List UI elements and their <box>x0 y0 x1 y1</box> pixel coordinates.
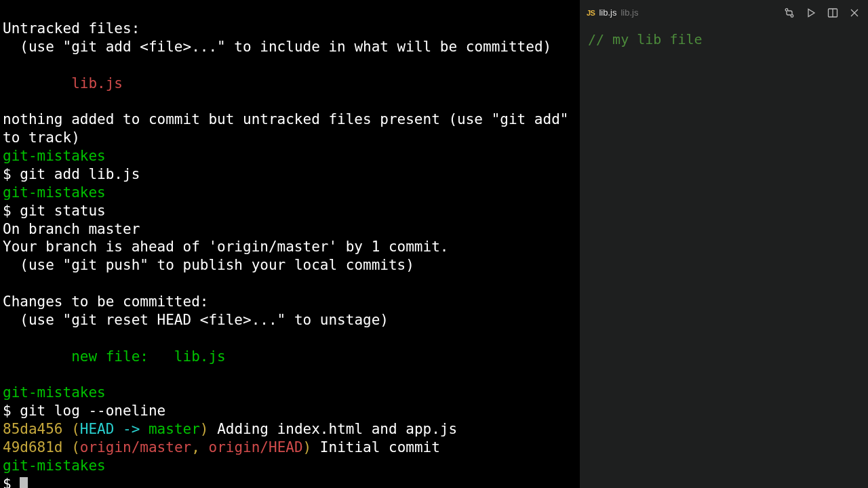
sep: , <box>191 439 208 455</box>
editor-tabbar: JS lib.js lib.js <box>580 0 868 26</box>
tab-path: lib.js <box>620 7 638 19</box>
untracked-file: lib.js <box>3 75 123 92</box>
editor-tab-actions <box>784 7 868 18</box>
untracked-hint: (use "git add <file>..." to include in w… <box>3 39 551 55</box>
commit-hash: 49d681d <box>3 439 63 455</box>
prompt-symbol: $ <box>3 476 20 488</box>
status-push-hint: (use "git push" to publish your local co… <box>3 257 414 273</box>
paren: ) <box>303 439 312 455</box>
repo-label: git-mistakes <box>3 384 106 401</box>
head-ref: HEAD -> <box>80 421 149 437</box>
compare-changes-icon[interactable] <box>784 7 795 18</box>
commit-message: Adding index.html and app.js <box>208 421 457 437</box>
editor-body[interactable]: // my lib file <box>580 26 868 488</box>
repo-label: git-mistakes <box>3 184 106 201</box>
commit-message: Initial commit <box>311 439 440 455</box>
editor-tab[interactable]: JS lib.js lib.js <box>580 0 646 26</box>
commit-hash: 85da456 <box>3 421 63 437</box>
remote-ref: origin/master <box>80 439 191 455</box>
prompt-symbol: $ <box>3 166 20 182</box>
status-branch: On branch master <box>3 221 140 237</box>
cmd-git-log: git log --oneline <box>20 403 165 419</box>
prompt-symbol: $ <box>3 403 20 419</box>
branch-ref: master <box>149 421 200 437</box>
untracked-header: Untracked files: <box>3 20 140 37</box>
terminal-cursor <box>20 477 28 488</box>
editor-pane: JS lib.js lib.js <box>580 0 868 488</box>
split-editor-icon[interactable] <box>827 7 838 18</box>
cmd-git-add: git add lib.js <box>20 166 140 182</box>
paren: ( <box>63 439 80 455</box>
paren: ( <box>63 421 80 437</box>
repo-label: git-mistakes <box>3 458 106 474</box>
nothing-added: nothing added to commit but untracked fi… <box>3 111 577 146</box>
terminal-pane[interactable]: Untracked files: (use "git add <file>...… <box>0 0 580 488</box>
changes-header: Changes to be committed: <box>3 293 208 310</box>
code-comment: // my lib file <box>588 31 703 47</box>
tab-filename: lib.js <box>599 7 616 19</box>
prompt-symbol: $ <box>3 203 20 219</box>
repo-label: git-mistakes <box>3 148 106 164</box>
js-file-icon: JS <box>587 8 595 18</box>
cmd-git-status: git status <box>20 203 105 219</box>
svg-point-0 <box>785 9 788 12</box>
remote-head-ref: origin/HEAD <box>208 439 302 455</box>
paren: ) <box>200 421 209 437</box>
status-ahead: Your branch is ahead of 'origin/master' … <box>3 239 448 255</box>
svg-point-1 <box>791 15 793 18</box>
changes-hint: (use "git reset HEAD <file>..." to unsta… <box>3 312 389 328</box>
new-file: new file: lib.js <box>3 348 226 365</box>
run-icon[interactable] <box>806 7 816 18</box>
close-icon[interactable] <box>849 7 860 18</box>
